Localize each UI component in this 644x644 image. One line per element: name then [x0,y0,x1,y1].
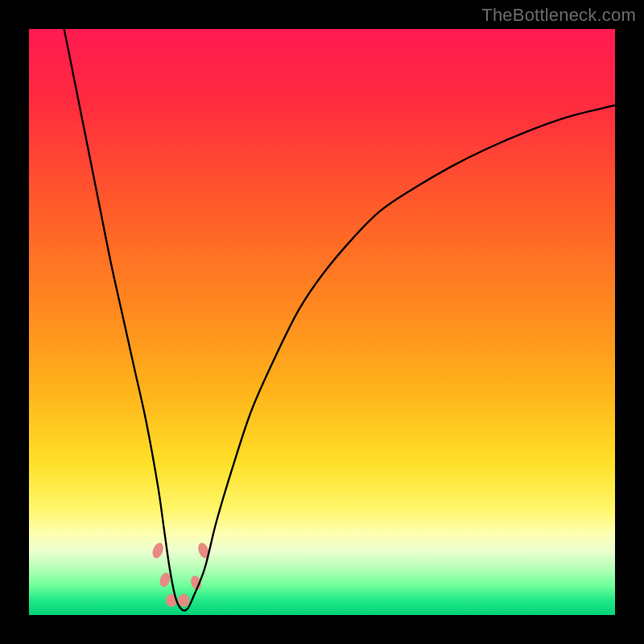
curve-layer [29,29,615,615]
bottleneck-curve [64,29,615,611]
marker-bead [151,541,165,559]
marker-bead [178,594,189,607]
plot-area [29,29,615,615]
chart-frame: TheBottleneck.com [0,0,644,644]
watermark-text: TheBottleneck.com [481,5,636,26]
